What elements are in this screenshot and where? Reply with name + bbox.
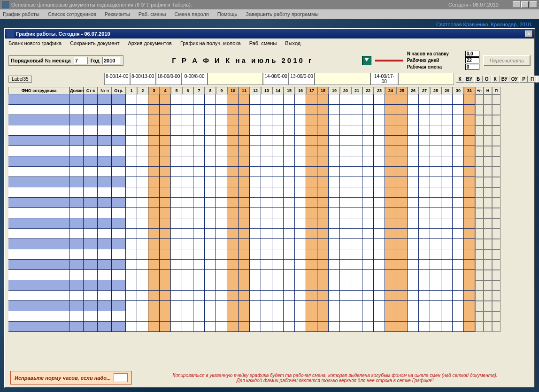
cell-day-4[interactable] [160, 115, 171, 125]
shift-button-7[interactable] [315, 73, 370, 85]
cell-day-2[interactable] [137, 177, 148, 187]
cell-day-11[interactable] [239, 146, 250, 156]
cell-day-8[interactable] [205, 301, 216, 311]
cell-day-11[interactable] [239, 156, 250, 167]
cell-day-6[interactable] [182, 136, 193, 146]
cell-day-7[interactable] [193, 115, 205, 125]
cell-small[interactable] [112, 280, 126, 291]
cell-day-21[interactable] [351, 322, 362, 332]
cell-tail[interactable] [484, 270, 492, 280]
cell-small[interactable] [84, 291, 98, 301]
cell-day-4[interactable] [160, 187, 171, 198]
cell-day-24[interactable] [385, 115, 396, 125]
cell-day-15[interactable] [284, 239, 295, 249]
cell-day-30[interactable] [453, 322, 464, 332]
cell-day-1[interactable] [126, 198, 137, 208]
cell-day-29[interactable] [441, 280, 453, 291]
cell-day-13[interactable] [261, 280, 272, 291]
cell-day-18[interactable] [317, 115, 329, 125]
cell-employee[interactable] [8, 115, 69, 125]
cell-day-7[interactable] [193, 270, 205, 280]
cell-day-11[interactable] [239, 311, 250, 322]
cell-day-10[interactable] [227, 249, 239, 260]
cell-day-8[interactable] [205, 229, 216, 239]
cell-small[interactable] [112, 311, 126, 322]
cell-day-22[interactable] [362, 270, 374, 280]
cell-day-1[interactable] [126, 270, 137, 280]
cell-day-24[interactable] [385, 239, 396, 249]
cell-day-4[interactable] [160, 311, 171, 322]
cell-day-17[interactable] [306, 115, 317, 125]
cell-day-6[interactable] [182, 260, 193, 270]
cell-day-29[interactable] [441, 260, 453, 270]
cell-day-23[interactable] [374, 156, 385, 167]
cell-day-23[interactable] [374, 105, 385, 115]
cell-day-28[interactable] [430, 218, 441, 229]
cell-day-7[interactable] [193, 280, 205, 291]
cell-small[interactable] [98, 125, 112, 136]
cell-day-15[interactable] [284, 125, 295, 136]
cell-day-3[interactable] [148, 270, 160, 280]
col-day-29[interactable]: 29 [441, 87, 453, 94]
cell-day-22[interactable] [362, 115, 374, 125]
cell-tail[interactable] [475, 136, 484, 146]
cell-tail[interactable] [492, 208, 500, 218]
cell-day-20[interactable] [340, 229, 351, 239]
cell-day-23[interactable] [374, 249, 385, 260]
cell-day-4[interactable] [160, 105, 171, 115]
cell-day-17[interactable] [306, 229, 317, 239]
cell-day-25[interactable] [396, 156, 408, 167]
cell-day-13[interactable] [261, 187, 272, 198]
cell-day-8[interactable] [205, 322, 216, 332]
cell-day-16[interactable] [295, 146, 306, 156]
cell-day-24[interactable] [385, 249, 396, 260]
cell-day-10[interactable] [227, 291, 239, 301]
cell-day-17[interactable] [306, 239, 317, 249]
cell-day-23[interactable] [374, 136, 385, 146]
cell-employee[interactable] [8, 249, 69, 260]
col-day-11[interactable]: 11 [239, 87, 250, 94]
cell-day-29[interactable] [441, 146, 453, 156]
cell-day-24[interactable] [385, 167, 396, 177]
col-small-3[interactable]: Отр. [112, 87, 126, 94]
cell-day-13[interactable] [261, 301, 272, 311]
cell-small[interactable] [69, 249, 84, 260]
code-button-ву[interactable]: ВУ [500, 76, 509, 83]
col-small-1[interactable]: Ст-к [84, 87, 98, 94]
cell-day-12[interactable] [250, 177, 261, 187]
cell-day-26[interactable] [408, 146, 419, 156]
cell-day-4[interactable] [160, 270, 171, 280]
cell-day-26[interactable] [408, 280, 419, 291]
cell-day-30[interactable] [453, 260, 464, 270]
cell-day-22[interactable] [362, 177, 374, 187]
cell-day-23[interactable] [374, 260, 385, 270]
cell-tail[interactable] [475, 322, 484, 332]
cell-day-23[interactable] [374, 208, 385, 218]
cell-small[interactable] [69, 94, 84, 105]
cell-tail[interactable] [484, 291, 492, 301]
cell-day-24[interactable] [385, 208, 396, 218]
cell-day-14[interactable] [272, 280, 284, 291]
cell-day-19[interactable] [329, 301, 340, 311]
cell-small[interactable] [98, 218, 112, 229]
cell-day-23[interactable] [374, 311, 385, 322]
cell-day-21[interactable] [351, 260, 362, 270]
cell-day-16[interactable] [295, 280, 306, 291]
cell-small[interactable] [69, 136, 84, 146]
cell-day-31[interactable] [464, 146, 475, 156]
cell-tail[interactable] [484, 167, 492, 177]
cell-day-5[interactable] [171, 301, 182, 311]
code-button-к[interactable]: К [491, 76, 500, 83]
col-day-26[interactable]: 26 [408, 87, 419, 94]
cell-day-29[interactable] [441, 125, 453, 136]
cell-day-19[interactable] [329, 136, 340, 146]
cell-day-28[interactable] [430, 249, 441, 260]
cell-day-21[interactable] [351, 187, 362, 198]
cell-day-31[interactable] [464, 125, 475, 136]
cell-day-30[interactable] [453, 105, 464, 115]
cell-day-13[interactable] [261, 167, 272, 177]
cell-day-28[interactable] [430, 177, 441, 187]
cell-small[interactable] [112, 218, 126, 229]
cell-tail[interactable] [492, 94, 500, 105]
cell-day-10[interactable] [227, 218, 239, 229]
